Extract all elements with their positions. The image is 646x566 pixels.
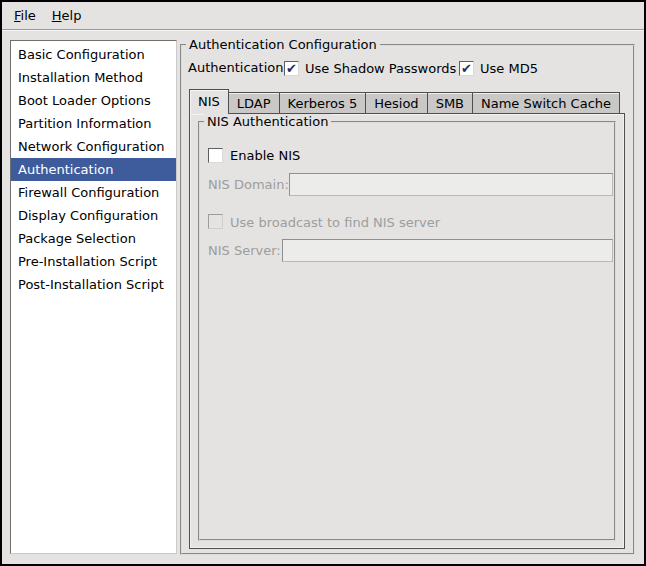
authentication-tabbar: NIS LDAP Kerberos 5 Hesiod SMB Name Swit… — [189, 89, 620, 114]
menu-file[interactable]: File — [6, 5, 44, 26]
tab-hesiod[interactable]: Hesiod — [366, 92, 427, 114]
tab-smb[interactable]: SMB — [428, 92, 473, 114]
nis-domain-label: NIS Domain: — [208, 177, 289, 192]
nis-tab-page: NIS Authentication Enable NIS NIS Domain… — [189, 113, 625, 549]
section-list: Basic Configuration Installation Method … — [10, 40, 177, 554]
sidebar-item-partition-information[interactable]: Partition Information — [11, 112, 176, 135]
menu-file-label: ile — [21, 8, 36, 23]
menu-help[interactable]: Help — [44, 5, 90, 26]
use-md5-checkbox[interactable]: ✔ — [459, 61, 474, 76]
menu-bar: File Help — [2, 2, 644, 30]
tab-kerberos5[interactable]: Kerberos 5 — [280, 92, 367, 114]
use-md5-label[interactable]: Use MD5 — [480, 61, 538, 76]
tab-ldap[interactable]: LDAP — [229, 92, 280, 114]
tab-name-switch-cache[interactable]: Name Switch Cache — [473, 92, 620, 114]
nis-server-input[interactable] — [282, 239, 613, 262]
use-broadcast-label: Use broadcast to find NIS server — [230, 215, 440, 230]
sidebar-item-basic-configuration[interactable]: Basic Configuration — [11, 43, 176, 66]
sidebar-item-package-selection[interactable]: Package Selection — [11, 227, 176, 250]
enable-nis-checkbox[interactable] — [208, 148, 223, 163]
sidebar-item-display-configuration[interactable]: Display Configuration — [11, 204, 176, 227]
kickstart-configurator-window: File Help Basic Configuration Installati… — [0, 0, 646, 566]
sidebar-item-authentication[interactable]: Authentication — [11, 158, 176, 181]
sidebar-item-boot-loader-options[interactable]: Boot Loader Options — [11, 89, 176, 112]
sidebar-item-firewall-configuration[interactable]: Firewall Configuration — [11, 181, 176, 204]
nis-server-label: NIS Server: — [208, 243, 281, 258]
checkmark-icon: ✔ — [286, 62, 297, 75]
menu-help-label: elp — [62, 8, 82, 23]
tab-nis[interactable]: NIS — [189, 89, 229, 114]
enable-nis-label[interactable]: Enable NIS — [230, 148, 300, 163]
authentication-configuration-frame-title: Authentication Configuration — [186, 37, 380, 53]
nis-authentication-frame: NIS Authentication Enable NIS NIS Domain… — [198, 121, 616, 541]
nis-authentication-frame-title: NIS Authentication — [204, 114, 331, 130]
sidebar-item-pre-installation-script[interactable]: Pre-Installation Script — [11, 250, 176, 273]
authentication-label: Authentication: — [188, 60, 288, 75]
authentication-configuration-frame: Authentication Configuration Authenticat… — [180, 44, 635, 555]
sidebar-item-post-installation-script[interactable]: Post-Installation Script — [11, 273, 176, 296]
use-shadow-passwords-label[interactable]: Use Shadow Passwords — [305, 61, 456, 76]
menu-help-mnemonic: H — [52, 8, 62, 23]
use-broadcast-checkbox[interactable] — [208, 214, 223, 229]
sidebar-item-network-configuration[interactable]: Network Configuration — [11, 135, 176, 158]
use-shadow-passwords-checkbox[interactable]: ✔ — [284, 61, 299, 76]
sidebar-item-installation-method[interactable]: Installation Method — [11, 66, 176, 89]
nis-domain-input[interactable] — [289, 173, 613, 196]
checkmark-icon: ✔ — [461, 62, 472, 75]
